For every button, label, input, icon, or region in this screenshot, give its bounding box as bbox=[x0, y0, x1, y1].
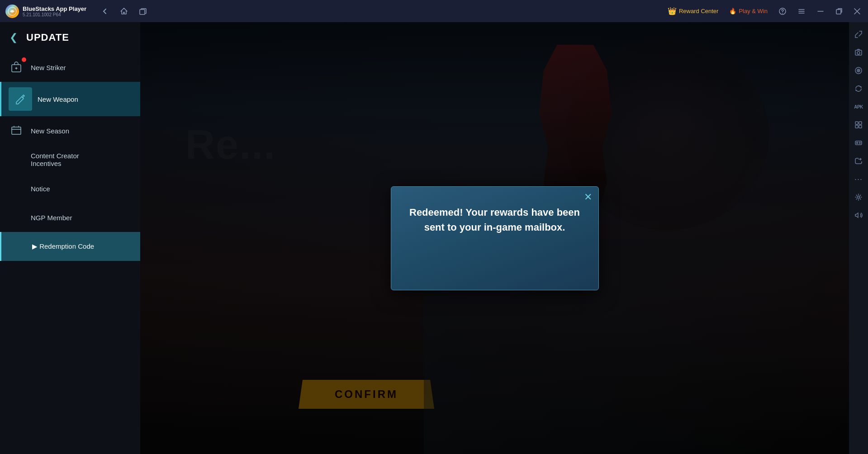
modal-overlay: ✕ Redeemed! Your rewards have been sent … bbox=[140, 22, 849, 454]
svg-rect-12 bbox=[859, 122, 862, 124]
sidebar-item-notice[interactable]: Notice bbox=[0, 174, 140, 203]
titlebar-right: 👑 Reward Center 🔥 Play & Win bbox=[664, 5, 868, 17]
new-weapon-icon bbox=[9, 87, 32, 111]
right-btn-more[interactable]: ··· bbox=[850, 170, 867, 188]
multiinstance-nav-button[interactable] bbox=[137, 5, 149, 17]
play-win-button[interactable]: 🔥 Play & Win bbox=[726, 6, 771, 16]
modal-message: Redeemed! Your rewards have been sent to… bbox=[408, 205, 582, 235]
app-logo: BlueStacks App Player 5.21.101.1002 P64 bbox=[0, 5, 92, 18]
right-btn-settings[interactable] bbox=[850, 189, 867, 206]
main-content: ❮ UPDATE New Striker New Weapon bbox=[0, 22, 868, 454]
nav-buttons bbox=[99, 5, 149, 17]
sidebar-item-new-season[interactable]: New Season bbox=[0, 116, 140, 145]
modal-close-button[interactable]: ✕ bbox=[584, 192, 592, 202]
svg-rect-3 bbox=[836, 9, 841, 14]
svg-rect-13 bbox=[855, 125, 858, 128]
right-btn-camera[interactable] bbox=[850, 62, 867, 79]
logo-icon bbox=[5, 5, 19, 18]
new-striker-badge bbox=[22, 57, 26, 62]
right-sidebar: APK ··· bbox=[849, 22, 868, 454]
right-btn-apk[interactable]: APK bbox=[850, 98, 867, 115]
content-creator-label: Content CreatorIncentives bbox=[31, 152, 79, 167]
sidebar-item-new-striker[interactable]: New Striker bbox=[0, 53, 140, 82]
play-win-label: Play & Win bbox=[739, 8, 768, 14]
close-button[interactable] bbox=[850, 6, 864, 17]
sidebar-item-ngp-member[interactable]: NGP Member bbox=[0, 203, 140, 232]
right-btn-resize[interactable] bbox=[850, 26, 867, 43]
sidebar: ❮ UPDATE New Striker New Weapon bbox=[0, 22, 140, 454]
new-season-icon bbox=[7, 122, 25, 140]
restore-button[interactable] bbox=[832, 6, 846, 17]
svg-rect-1 bbox=[140, 9, 145, 14]
right-btn-screenshot[interactable] bbox=[850, 44, 867, 61]
svg-point-7 bbox=[857, 52, 860, 54]
fire-icon: 🔥 bbox=[729, 8, 736, 14]
reward-center-label: Reward Center bbox=[679, 8, 718, 14]
app-name: BlueStacks App Player bbox=[23, 5, 86, 12]
reward-center-button[interactable]: 👑 Reward Center bbox=[664, 5, 722, 17]
svg-point-16 bbox=[857, 142, 858, 144]
titlebar: BlueStacks App Player 5.21.101.1002 P64 … bbox=[0, 0, 868, 22]
redemption-code-icon bbox=[9, 237, 27, 255]
minimize-button[interactable] bbox=[813, 6, 828, 16]
sidebar-back-button[interactable]: ❮ bbox=[5, 29, 22, 46]
new-weapon-label: New Weapon bbox=[38, 95, 78, 103]
new-striker-label: New Striker bbox=[31, 64, 66, 71]
right-btn-controls[interactable] bbox=[850, 134, 867, 151]
app-name-block: BlueStacks App Player 5.21.101.1002 P64 bbox=[23, 5, 86, 17]
sidebar-menu: New Striker New Weapon New Season Conten… bbox=[0, 53, 140, 454]
ngp-member-icon bbox=[7, 208, 25, 227]
sidebar-item-redemption-code[interactable]: ▶ Redemption Code bbox=[0, 232, 140, 261]
sidebar-header: ❮ UPDATE bbox=[0, 22, 140, 53]
help-button[interactable] bbox=[775, 5, 790, 17]
sidebar-title: UPDATE bbox=[26, 32, 69, 43]
svg-rect-14 bbox=[859, 125, 862, 128]
content-creator-icon bbox=[7, 151, 25, 169]
notice-label: Notice bbox=[31, 185, 50, 193]
app-version: 5.21.101.1002 P64 bbox=[23, 12, 86, 17]
game-background: Re... CONFIRM ✕ Redeemed! Your rewards h… bbox=[140, 22, 849, 454]
modal-dialog: ✕ Redeemed! Your rewards have been sent … bbox=[391, 186, 599, 290]
sidebar-item-new-weapon[interactable]: New Weapon bbox=[0, 82, 140, 116]
right-btn-layout[interactable] bbox=[850, 116, 867, 133]
home-nav-button[interactable] bbox=[118, 5, 130, 17]
svg-rect-11 bbox=[855, 122, 858, 124]
notice-icon bbox=[7, 180, 25, 198]
right-btn-sync[interactable] bbox=[850, 152, 867, 170]
redemption-code-label: ▶ Redemption Code bbox=[32, 242, 94, 251]
svg-point-17 bbox=[858, 196, 860, 199]
new-season-label: New Season bbox=[31, 127, 69, 135]
svg-point-10 bbox=[858, 70, 859, 71]
sidebar-item-content-creator[interactable]: Content CreatorIncentives bbox=[0, 145, 140, 174]
ngp-member-label: NGP Member bbox=[31, 214, 72, 222]
back-nav-button[interactable] bbox=[99, 5, 111, 17]
right-btn-rotate[interactable] bbox=[850, 80, 867, 97]
right-btn-volume[interactable] bbox=[850, 207, 867, 224]
crown-icon: 👑 bbox=[668, 7, 677, 15]
svg-rect-5 bbox=[12, 127, 21, 134]
menu-button[interactable] bbox=[794, 5, 809, 17]
